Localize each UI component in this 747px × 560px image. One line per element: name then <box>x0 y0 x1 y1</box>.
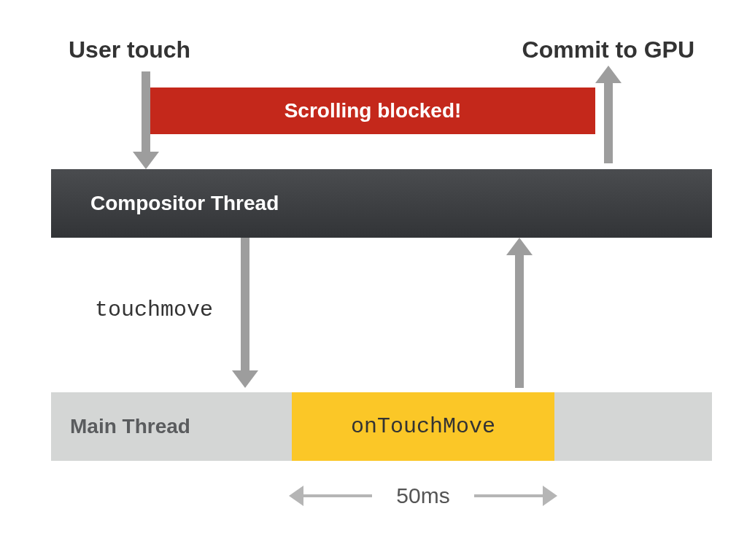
main-thread-bar: Main Thread onTouchMove <box>51 392 712 461</box>
main-thread-label: Main Thread <box>70 415 190 438</box>
scrolling-blocked-banner: Scrolling blocked! <box>150 88 595 134</box>
ontouchmove-handler-text: onTouchMove <box>351 414 495 439</box>
arrow-compositor-to-gpu <box>604 82 613 163</box>
label-commit-to-gpu: Commit to GPU <box>522 36 694 63</box>
ontouchmove-handler-block: onTouchMove <box>292 392 554 461</box>
label-user-touch: User touch <box>69 36 190 63</box>
dimension-arrowhead-right <box>543 486 557 506</box>
diagram-stage: User touch Commit to GPU Scrolling block… <box>0 0 747 560</box>
arrow-compositor-to-main <box>241 238 249 372</box>
arrow-main-to-compositor <box>515 254 524 388</box>
label-touchmove-event: touchmove <box>95 298 213 322</box>
duration-dimension: 50ms <box>292 481 554 510</box>
compositor-thread-bar: Compositor Thread <box>51 169 712 238</box>
dimension-line-left <box>292 494 372 497</box>
arrow-user-touch-to-compositor <box>142 71 150 153</box>
duration-label: 50ms <box>396 483 449 508</box>
compositor-thread-label: Compositor Thread <box>90 192 279 215</box>
scrolling-blocked-text: Scrolling blocked! <box>285 99 462 122</box>
